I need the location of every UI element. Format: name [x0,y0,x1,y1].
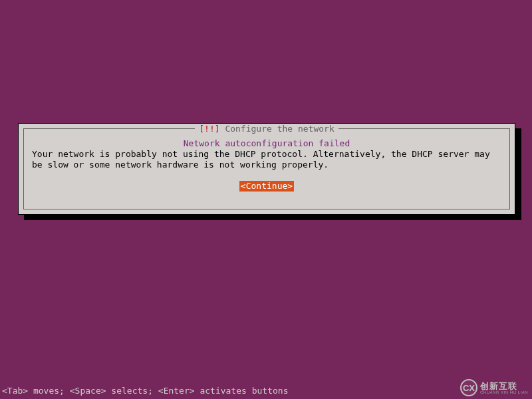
help-bar: <Tab> moves; <Space> selects; <Enter> ac… [2,386,288,396]
dialog-inner-border: [!!] Configure the network Network autoc… [23,128,510,209]
continue-button[interactable]: <Continue> [239,181,294,192]
dialog-message: Your network is probably not using the D… [32,149,501,170]
dialog-subtitle: Network autoconfiguration failed [32,138,501,149]
watermark-logo-icon: CX [460,379,477,396]
dialog-title-alert: [!!] [199,124,219,134]
dialog-title-wrap: [!!] Configure the network [24,124,509,134]
button-row: <Continue> [32,181,501,192]
dialog-box: [!!] Configure the network Network autoc… [18,123,515,215]
watermark-main: 创新互联 [480,382,528,390]
watermark: CX 创新互联 CHUANG XIN HU LIAN [460,379,528,396]
dialog-title-text: Configure the network [225,124,334,134]
watermark-sub: CHUANG XIN HU LIAN [480,390,528,394]
dialog-title: [!!] Configure the network [195,124,338,134]
watermark-text: 创新互联 CHUANG XIN HU LIAN [480,382,528,394]
dialog-content: Network autoconfiguration failed Your ne… [32,138,501,192]
